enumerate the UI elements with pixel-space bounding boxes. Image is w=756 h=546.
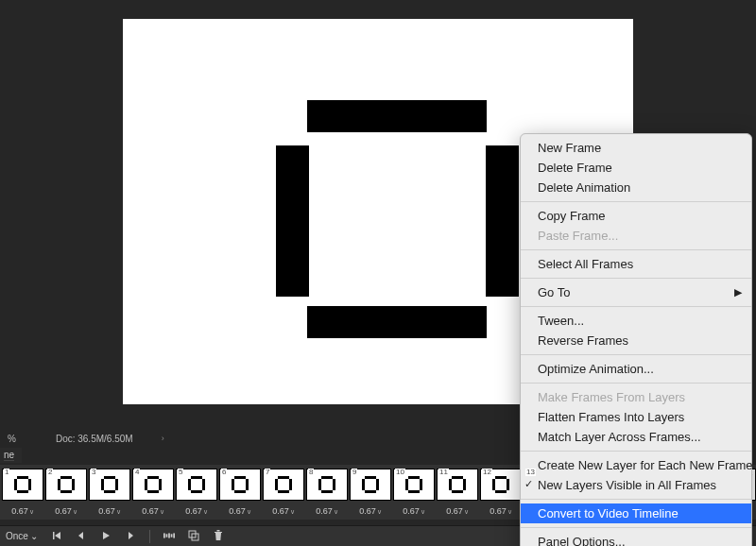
frame-preview[interactable]: 4 [132,469,174,501]
frame-artwork [451,478,464,491]
frame-thumb[interactable]: 30.67∨ [89,469,130,516]
frame-number: 11 [438,469,449,476]
frame-artwork [190,478,203,491]
frame-delay[interactable]: 0.67∨ [446,506,469,516]
svg-rect-2 [168,533,170,537]
frame-thumb[interactable]: 10.67∨ [2,469,43,516]
frame-thumb[interactable]: 100.67∨ [393,469,435,516]
frame-preview[interactable]: 11 [437,469,478,501]
chevron-down-icon: ∨ [464,508,469,515]
menu-new-layers-visible[interactable]: ✓New Layers Visible in All Frames [521,475,751,495]
frame-delay[interactable]: 0.67∨ [316,506,338,516]
frame-thumb[interactable]: 20.67∨ [45,469,87,516]
menu-copy-frame[interactable]: Copy Frame [521,206,751,226]
frame-thumb[interactable]: 50.67∨ [176,469,217,516]
tween-icon[interactable] [163,530,175,543]
loop-label: Once [6,531,28,541]
frame-artwork [320,478,334,491]
frame-artwork [494,478,507,491]
menu-flatten-frames[interactable]: Flatten Frames Into Layers [521,407,751,427]
frame-thumb[interactable]: 40.67∨ [132,469,174,516]
menu-create-new-layer-each-frame[interactable]: Create New Layer for Each New Frame [521,455,751,475]
frame-number: 10 [395,469,405,476]
frame-number: 13 [525,469,536,476]
frame-delay[interactable]: 0.67∨ [142,506,164,516]
chevron-down-icon: ∨ [507,508,512,515]
frame-preview[interactable]: 3 [89,469,130,501]
frame-preview[interactable]: 1 [2,469,43,501]
play-icon[interactable] [100,530,112,543]
chevron-down-icon: ∨ [116,508,121,515]
divider [149,530,150,543]
frame-delay[interactable]: 0.67∨ [403,506,425,516]
menu-paste-frame: Paste Frame... [521,226,751,246]
frame-preview[interactable]: 2 [45,469,87,501]
frame-thumb[interactable]: 120.67∨ [480,469,522,516]
menu-go-to[interactable]: Go To▶ [521,282,751,302]
chevron-down-icon: ∨ [73,508,77,515]
frame-artwork [407,478,421,491]
next-frame-icon[interactable] [125,530,136,543]
menu-go-to-label: Go To [538,285,570,299]
frame-thumb[interactable]: 90.67∨ [350,469,391,516]
frame-preview[interactable]: 7 [263,469,304,501]
frame-number: 6 [221,469,227,476]
svg-rect-3 [171,534,173,537]
menu-separator [521,278,751,279]
frame-preview[interactable]: 12 [480,469,522,501]
chevron-down-icon: ∨ [29,508,34,515]
zoom-level[interactable]: % [8,434,16,444]
check-icon: ✓ [524,478,533,490]
menu-tween[interactable]: Tween... [521,311,751,331]
frame-number: 12 [482,469,492,476]
menu-new-frame[interactable]: New Frame [521,138,751,158]
frame-preview[interactable]: 9 [350,469,391,501]
frame-thumb[interactable]: 70.67∨ [263,469,304,516]
frame-number: 2 [47,469,53,476]
menu-make-frames-from-layers: Make Frames From Layers [521,387,751,407]
menu-delete-animation[interactable]: Delete Animation [521,178,751,197]
menu-separator [521,249,751,250]
frame-delay[interactable]: 0.67∨ [185,506,208,516]
frame-thumb[interactable]: 110.67∨ [437,469,478,516]
frame-number: 3 [91,469,96,476]
menu-panel-options[interactable]: Panel Options... [521,532,751,546]
menu-select-all-frames[interactable]: Select All Frames [521,254,751,274]
first-frame-icon[interactable] [51,530,62,543]
submenu-arrow-icon: ▶ [734,286,742,299]
chevron-down-icon: ∨ [421,508,425,515]
frame-artwork [60,478,73,491]
frame-artwork [16,478,29,491]
menu-optimize-animation[interactable]: Optimize Animation... [521,359,751,379]
menu-delete-frame[interactable]: Delete Frame [521,158,751,178]
status-chevron-icon[interactable]: › [162,434,164,443]
frame-preview[interactable]: 5 [176,469,217,501]
frame-delay[interactable]: 0.67∨ [98,506,121,516]
frame-artwork [103,478,116,491]
frame-thumb[interactable]: 60.67∨ [219,469,261,516]
menu-new-layers-visible-label: New Layers Visible in All Frames [538,478,716,492]
frame-delay[interactable]: 0.67∨ [490,506,512,516]
menu-convert-video-timeline[interactable]: Convert to Video Timeline [521,503,751,523]
chevron-down-icon: ∨ [334,508,338,515]
frame-delay[interactable]: 0.67∨ [55,506,77,516]
menu-reverse-frames[interactable]: Reverse Frames [521,331,751,350]
svg-rect-1 [165,534,167,537]
frame-delay[interactable]: 0.67∨ [272,506,295,516]
timeline-context-menu: New Frame Delete Frame Delete Animation … [520,133,752,546]
frame-preview[interactable]: 10 [393,469,435,501]
timeline-tab[interactable]: ne [0,448,22,463]
frame-delay[interactable]: 0.67∨ [11,506,34,516]
duplicate-frame-icon[interactable] [188,530,199,543]
svg-rect-4 [173,533,175,537]
frame-delay[interactable]: 0.67∨ [359,506,382,516]
loop-selector[interactable]: Once ⌄ [6,531,38,541]
frame-artwork [364,478,377,491]
delete-frame-icon[interactable] [213,530,224,543]
frame-thumb[interactable]: 80.67∨ [306,469,348,516]
menu-match-layer[interactable]: Match Layer Across Frames... [521,427,751,447]
frame-delay[interactable]: 0.67∨ [229,506,251,516]
frame-preview[interactable]: 8 [306,469,348,501]
prev-frame-icon[interactable] [76,530,87,543]
frame-preview[interactable]: 6 [219,469,261,501]
